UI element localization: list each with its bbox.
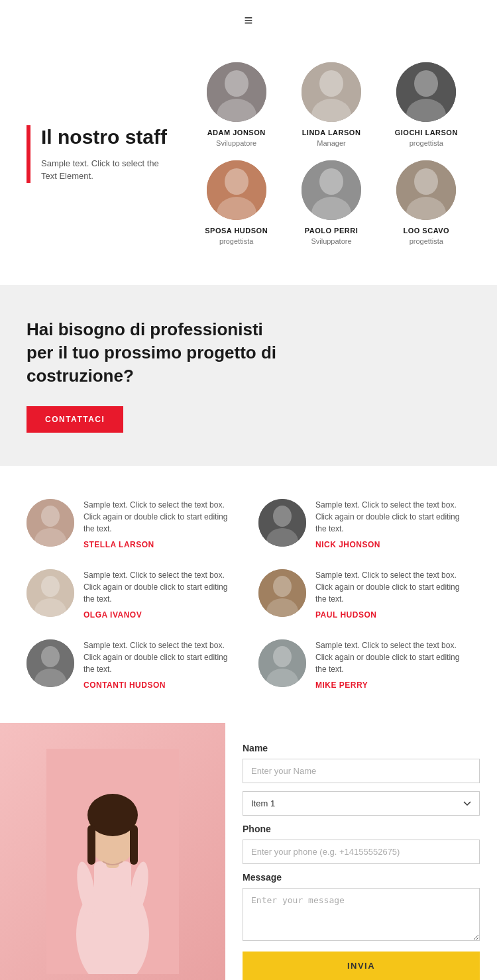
staff-card: ADAM JONSON Sviluppatore xyxy=(192,62,280,147)
staff-subtitle: Sample text. Click to select the Text El… xyxy=(41,157,172,183)
team-member-card: Sample text. Click to select the text bo… xyxy=(27,499,239,549)
team-member-name: MIKE PERRY xyxy=(315,681,470,690)
team-member-info: Sample text. Click to select the text bo… xyxy=(83,569,239,620)
staff-avatar xyxy=(396,62,456,122)
team-member-name: NICK JHONSON xyxy=(315,540,470,549)
svg-point-16 xyxy=(414,168,438,195)
team-member-card: Sample text. Click to select the text bo… xyxy=(258,569,470,620)
team-member-avatar xyxy=(258,639,306,687)
staff-avatar xyxy=(302,62,361,122)
team-member-name: OLGA IVANOV xyxy=(83,610,239,620)
contattaci-button[interactable]: CONTATTACI xyxy=(27,406,123,433)
team-member-card: Sample text. Click to select the text bo… xyxy=(258,639,470,690)
hamburger-menu-icon[interactable]: ≡ xyxy=(245,12,253,29)
team-member-name: STELLA LARSON xyxy=(83,540,239,549)
contact-form-wrapper: Name Item 1Item 2Item 3 Phone Message IN… xyxy=(225,723,497,980)
svg-rect-43 xyxy=(130,825,138,865)
staff-card: SPOSA HUDSON progettista xyxy=(192,160,280,245)
team-member-desc: Sample text. Click to select the text bo… xyxy=(315,499,470,535)
staff-member-role: Manager xyxy=(317,139,345,147)
staff-card: PAOLO PERRI Sviluppatore xyxy=(287,160,375,245)
team-member-avatar xyxy=(27,569,74,617)
staff-member-name: LINDA LARSON xyxy=(302,129,361,136)
svg-point-1 xyxy=(225,70,248,97)
svg-point-13 xyxy=(319,168,343,195)
team-member-info: Sample text. Click to select the text bo… xyxy=(315,499,470,549)
staff-card: GIOCHI LARSON progettista xyxy=(382,62,470,147)
team-member-avatar xyxy=(27,639,74,687)
team-member-info: Sample text. Click to select the text bo… xyxy=(83,639,239,690)
staff-member-name: ADAM JONSON xyxy=(207,129,266,136)
svg-point-4 xyxy=(319,70,343,97)
team-member-info: Sample text. Click to select the text bo… xyxy=(315,569,470,620)
contact-section: Name Item 1Item 2Item 3 Phone Message IN… xyxy=(0,723,497,980)
team-member-card: Sample text. Click to select the text bo… xyxy=(27,569,239,620)
staff-member-role: progettista xyxy=(410,237,443,245)
staff-avatar xyxy=(207,160,266,220)
svg-point-10 xyxy=(225,168,248,195)
team-member-name: CONTANTI HUDSON xyxy=(83,681,239,690)
svg-point-22 xyxy=(273,506,292,527)
staff-member-role: progettista xyxy=(219,237,253,245)
team-member-desc: Sample text. Click to select the text bo… xyxy=(315,639,470,675)
svg-point-31 xyxy=(41,646,60,667)
team-list-grid: Sample text. Click to select the text bo… xyxy=(27,499,470,690)
team-member-avatar xyxy=(27,499,74,547)
staff-member-role: Sviluppatore xyxy=(311,237,351,245)
svg-rect-42 xyxy=(87,825,95,865)
staff-grid: ADAM JONSON Sviluppatore LINDA LARSON Ma… xyxy=(192,62,470,245)
staff-avatar xyxy=(207,62,266,122)
staff-member-name: GIOCHI LARSON xyxy=(395,129,458,136)
svg-point-34 xyxy=(273,646,292,667)
svg-point-7 xyxy=(414,70,438,97)
header: ≡ xyxy=(0,0,497,36)
team-member-avatar xyxy=(258,499,306,547)
message-label: Message xyxy=(243,872,480,883)
team-member-name: PAUL HUDSON xyxy=(315,610,470,620)
team-member-info: Sample text. Click to select the text bo… xyxy=(315,639,470,690)
staff-card: LINDA LARSON Manager xyxy=(287,62,375,147)
staff-member-role: progettista xyxy=(410,139,443,147)
team-member-desc: Sample text. Click to select the text bo… xyxy=(83,639,239,675)
staff-member-name: SPOSA HUDSON xyxy=(205,227,268,235)
staff-member-role: Sviluppatore xyxy=(216,139,256,147)
cta-section: Hai bisogno di professionisti per il tuo… xyxy=(0,285,497,466)
phone-input[interactable] xyxy=(243,840,480,864)
svg-point-25 xyxy=(41,576,60,597)
staff-avatar xyxy=(396,160,456,220)
team-member-desc: Sample text. Click to select the text bo… xyxy=(83,499,239,535)
staff-card: LOO SCAVO progettista xyxy=(382,160,470,245)
svg-point-19 xyxy=(41,506,60,527)
submit-button[interactable]: INVIA xyxy=(243,952,480,980)
team-member-desc: Sample text. Click to select the text bo… xyxy=(315,569,470,605)
name-label: Name xyxy=(243,743,480,753)
svg-point-28 xyxy=(273,576,292,597)
staff-avatar xyxy=(302,160,361,220)
cta-title: Hai bisogno di professionisti per il tuo… xyxy=(27,318,292,388)
contact-image xyxy=(0,723,225,980)
staff-left-block: Il nostro staff Sample text. Click to se… xyxy=(27,62,172,245)
team-member-card: Sample text. Click to select the text bo… xyxy=(258,499,470,549)
staff-section: Il nostro staff Sample text. Click to se… xyxy=(0,36,497,285)
message-textarea[interactable] xyxy=(243,888,480,941)
staff-member-name: LOO SCAVO xyxy=(403,227,449,235)
team-member-card: Sample text. Click to select the text bo… xyxy=(27,639,239,690)
team-member-info: Sample text. Click to select the text bo… xyxy=(83,499,239,549)
phone-label: Phone xyxy=(243,824,480,834)
staff-title: Il nostro staff xyxy=(41,125,172,149)
svg-rect-38 xyxy=(94,861,131,914)
item-select[interactable]: Item 1Item 2Item 3 xyxy=(243,791,480,816)
team-list-section: Sample text. Click to select the text bo… xyxy=(0,466,497,723)
team-member-desc: Sample text. Click to select the text bo… xyxy=(83,569,239,605)
name-input[interactable] xyxy=(243,759,480,783)
woman-illustration xyxy=(46,749,179,974)
staff-member-name: PAOLO PERRI xyxy=(305,227,358,235)
team-member-avatar xyxy=(258,569,306,617)
